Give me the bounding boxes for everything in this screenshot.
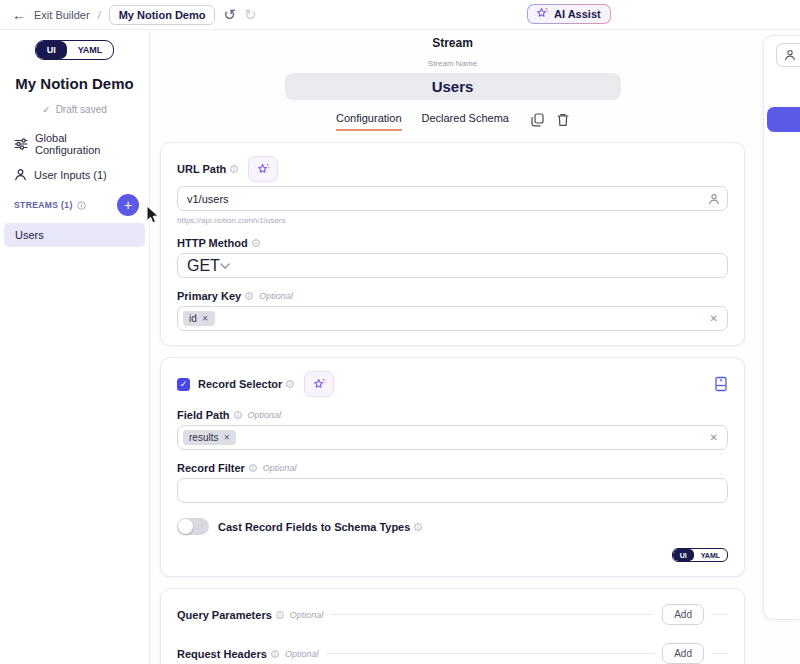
optional-label: Optional xyxy=(290,610,324,620)
user-input-icon[interactable] xyxy=(708,193,720,205)
stream-config-panel: Stream Stream Name Configuration Declare… xyxy=(150,30,800,664)
optional-label: Optional xyxy=(259,291,293,301)
ai-assist-label: AI Assist xyxy=(554,8,601,20)
sidebar-stream-users[interactable]: Users xyxy=(4,223,145,247)
request-headers-row: Request Headers Optional Add xyxy=(177,643,728,664)
http-method-select[interactable]: GET xyxy=(177,253,728,278)
request-options-card: Query Parameters Optional Add Request He… xyxy=(160,588,745,664)
undo-icon[interactable]: ↺ xyxy=(223,7,236,22)
copy-icon[interactable] xyxy=(531,113,544,127)
top-bar: ← Exit Builder / My Notion Demo ↺ ↻ AI A… xyxy=(0,0,800,30)
ui-yaml-toggle[interactable]: UI YAML xyxy=(35,40,115,60)
url-path-label: URL Path xyxy=(177,163,226,175)
test-stream-button[interactable] xyxy=(767,107,800,132)
url-path-group: URL Path xyxy=(177,156,728,225)
record-filter-group: Record Filter Optional xyxy=(177,462,728,503)
docs-book-icon[interactable] xyxy=(714,376,728,392)
tag-chip: results ✕ xyxy=(183,430,236,445)
clear-input-icon[interactable]: ✕ xyxy=(710,432,718,443)
stream-tabs: Configuration Declared Schema xyxy=(160,112,745,131)
field-path-tag-input[interactable]: results ✕ ✕ xyxy=(177,425,728,450)
sidebar-nav: Global Configuration User Inputs (1) xyxy=(0,132,149,181)
streams-header: STREAMS (1) xyxy=(14,200,86,210)
remove-tag-icon[interactable]: ✕ xyxy=(202,314,209,323)
stream-name-label: Stream Name xyxy=(160,59,745,68)
stream-panel-title: Stream xyxy=(160,36,745,50)
tab-declared-schema[interactable]: Declared Schema xyxy=(422,112,509,131)
optional-label: Optional xyxy=(263,463,297,473)
ai-suggest-button[interactable] xyxy=(248,156,278,182)
info-icon xyxy=(414,523,422,531)
info-icon xyxy=(230,165,238,173)
field-path-group: Field Path Optional results ✕ ✕ xyxy=(177,409,728,450)
optional-label: Optional xyxy=(285,649,319,659)
chevron-down-icon xyxy=(220,263,230,269)
cast-fields-row: Cast Record Fields to Schema Types xyxy=(177,518,728,535)
testing-panel-edge xyxy=(763,35,800,620)
record-selector-header: ✓ Record Selector xyxy=(177,371,728,397)
field-path-label: Field Path xyxy=(177,409,230,421)
query-parameters-row: Query Parameters Optional Add xyxy=(177,604,728,625)
request-card: URL Path xyxy=(160,142,745,346)
record-filter-input[interactable] xyxy=(177,478,728,503)
cast-fields-toggle[interactable] xyxy=(177,518,209,535)
remove-tag-icon[interactable]: ✕ xyxy=(223,433,230,442)
sparkle-star-icon xyxy=(536,7,549,20)
toggle-yaml[interactable]: YAML xyxy=(67,41,114,59)
add-query-parameter-button[interactable]: Add xyxy=(662,604,704,625)
add-request-header-button[interactable]: Add xyxy=(662,643,704,664)
back-icon[interactable]: ← xyxy=(12,7,26,23)
trash-icon[interactable] xyxy=(557,113,569,127)
optional-label: Optional xyxy=(248,410,282,420)
sidebar-item-global-configuration[interactable]: Global Configuration xyxy=(14,132,135,156)
info-icon xyxy=(286,380,294,388)
info-icon xyxy=(271,650,279,658)
record-selector-card: ✓ Record Selector xyxy=(160,357,745,577)
builder-sidebar: UI YAML My Notion Demo ✓ Draft saved xyxy=(0,30,150,664)
http-method-value: GET xyxy=(187,257,220,275)
exit-builder-link[interactable]: Exit Builder xyxy=(34,9,90,21)
redo-icon[interactable]: ↻ xyxy=(244,7,257,22)
record-selector-checkbox[interactable]: ✓ xyxy=(177,378,190,391)
cast-fields-label: Cast Record Fields to Schema Types xyxy=(218,521,410,533)
add-stream-button[interactable]: + xyxy=(117,194,139,216)
info-icon xyxy=(234,411,242,419)
info-icon xyxy=(245,292,253,300)
url-path-input[interactable] xyxy=(177,186,728,211)
testing-values-button[interactable] xyxy=(776,43,800,67)
sidebar-item-user-inputs[interactable]: User Inputs (1) xyxy=(14,168,135,181)
info-icon xyxy=(252,239,260,247)
primary-key-label: Primary Key xyxy=(177,290,241,302)
http-method-group: HTTP Method GET xyxy=(177,237,728,278)
primary-key-tag-input[interactable]: id ✕ ✕ xyxy=(177,306,728,331)
card-ui-yaml-toggle[interactable]: UI YAML xyxy=(672,548,728,562)
streams-header-row: STREAMS (1) + xyxy=(0,194,149,216)
record-filter-label: Record Filter xyxy=(177,462,245,474)
ai-suggest-button[interactable] xyxy=(304,371,334,397)
info-icon xyxy=(249,464,257,472)
request-headers-label: Request Headers xyxy=(177,648,267,660)
user-icon xyxy=(14,168,27,181)
http-method-label: HTTP Method xyxy=(177,237,248,249)
query-parameters-label: Query Parameters xyxy=(177,609,272,621)
check-icon: ✓ xyxy=(42,104,50,115)
stream-name-input[interactable] xyxy=(285,73,621,100)
clear-input-icon[interactable]: ✕ xyxy=(710,313,718,324)
draft-status: ✓ Draft saved xyxy=(0,104,149,115)
toggle-ui[interactable]: UI xyxy=(673,549,694,561)
tab-configuration[interactable]: Configuration xyxy=(336,112,401,131)
toggle-yaml[interactable]: YAML xyxy=(694,549,727,561)
connector-title: My Notion Demo xyxy=(0,75,149,92)
record-selector-label: Record Selector xyxy=(198,378,282,390)
info-icon xyxy=(77,201,86,210)
breadcrumb-separator: / xyxy=(98,9,101,21)
ai-assist-button[interactable]: AI Assist xyxy=(527,4,611,24)
info-icon xyxy=(276,611,284,619)
project-name-box[interactable]: My Notion Demo xyxy=(109,5,216,25)
toggle-ui[interactable]: UI xyxy=(36,41,67,59)
tag-chip: id ✕ xyxy=(183,311,215,326)
user-icon xyxy=(784,49,796,61)
connector-builder-page: { "icons": { "back": "←", "slash": "/", … xyxy=(0,0,800,664)
url-preview: https://api.notion.com/v1/users xyxy=(177,216,728,225)
sliders-icon xyxy=(14,138,28,150)
